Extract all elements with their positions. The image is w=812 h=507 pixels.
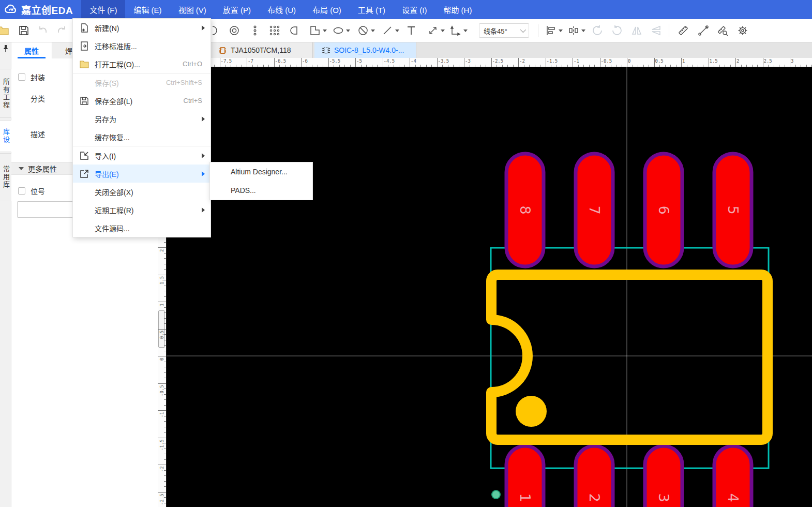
ruler-tick [164,318,166,319]
measure-icon[interactable] [426,24,440,37]
menu-item-save-as[interactable]: 另存为 [73,110,210,128]
doc-tab-footprint[interactable]: SOIC-8_L5.0-W4.0-... [314,42,416,58]
rail-tab-library-design[interactable]: 库设计 [0,120,11,152]
ruler-tick [665,65,666,67]
text-icon[interactable] [404,24,418,37]
menu-item-file-source[interactable]: 文件源码... [73,219,210,237]
ruler-tick [600,58,600,67]
measure-distance-icon[interactable] [697,24,710,37]
menu-icon-spacer [79,78,89,88]
submenu-arrow-icon [202,116,205,122]
align-icon[interactable] [544,24,558,37]
horizontal-ruler: -8-7.5-7-6.5-6-5.5-5-4.5-4-3.5-3-2.5-2-1… [167,58,812,67]
designator-checkbox[interactable] [18,187,25,195]
menubar-item-settings[interactable]: 设置 (I) [394,0,435,19]
ruler-tick [681,58,682,67]
oval-dropdown-caret[interactable] [346,29,350,32]
menubar-item-layout[interactable]: 布局 (O) [304,0,350,19]
menu-item-close-all[interactable]: 关闭全部(X) [73,183,210,201]
ruler-tick [643,65,644,67]
ruler-tick [236,65,236,67]
pad-2[interactable]: 2 [576,446,613,507]
pad-7[interactable]: 7 [576,154,613,266]
measure-inspect-icon[interactable] [716,24,729,37]
menu-item-new[interactable]: 新建(N) [73,19,210,37]
open-folder-icon [79,59,89,69]
ruler-tick [225,65,225,67]
ruler-icon[interactable] [676,24,690,37]
menu-item-open-project[interactable]: 打开工程(O)...Ctrl+O [73,55,210,73]
menu-item-export[interactable]: 导出(E) [73,165,210,183]
rail-tab-common-library[interactable]: 常用库 [0,153,11,201]
ruler-tick [164,291,166,291]
oval-icon[interactable] [332,24,345,37]
rail-tab-all-projects[interactable]: 所有工程 [0,69,11,118]
d-pad-icon[interactable] [288,24,301,37]
measure-dropdown-caret[interactable] [441,29,445,32]
pin-icon[interactable] [2,44,10,53]
ruler-label: -1 [574,58,579,64]
keepout-dropdown-caret[interactable] [371,29,375,32]
menu-icon-spacer [79,132,89,142]
doc-tab-label: SOIC-8_L5.0-W4.0-... [334,46,404,54]
doc-tab-symbol[interactable]: TJA1050T/CM,118 [211,42,313,58]
menubar-item-route[interactable]: 布线 (U) [259,0,304,19]
menubar-item-file[interactable]: 文件 (F) [81,0,125,19]
ruler-tick [164,242,166,243]
menu-item-save[interactable]: 保存(S)Ctrl+Shift+S [73,73,210,92]
menu-icon-spacer [79,114,89,124]
pad-3[interactable]: 3 [645,446,682,507]
menubar-item-tools[interactable]: 工具 (T) [350,0,394,19]
menubar-item-place[interactable]: 放置 (P) [215,0,259,19]
distribute-dropdown-caret[interactable] [581,29,585,32]
ruler-tick [263,65,264,67]
dots-column-icon[interactable] [248,24,262,37]
ruler-tick [497,65,497,67]
rotate-left-icon[interactable] [591,24,604,37]
submenu-item-pads[interactable]: PADS... [210,181,312,200]
open-icon[interactable] [0,24,10,37]
distribute-icon[interactable] [567,24,580,37]
align-dropdown-caret[interactable] [559,29,563,32]
package-checkbox[interactable] [18,73,25,81]
dimension-icon[interactable] [449,24,462,37]
flip-horizontal-icon[interactable] [630,24,643,37]
flip-vertical-icon[interactable] [650,24,663,37]
pad-1[interactable]: 1 [506,446,544,507]
ruler-tick [399,65,399,67]
menu-icon-spacer [79,187,89,197]
keepout-icon[interactable] [356,24,370,37]
ruler-tick [659,65,660,67]
menu-item-migrate-standard[interactable]: 迁移标准版... [73,37,210,55]
menu-item-import[interactable]: 导入(I) [73,146,210,165]
ruler-tick [415,65,416,67]
ruler-tick [687,65,687,67]
line-mode-select[interactable]: 线条45° [479,23,529,38]
pcb-canvas[interactable]: 87651234 [167,67,812,507]
pad-4[interactable]: 4 [714,446,751,507]
menubar-item-edit[interactable]: 编辑 (E) [125,0,170,19]
rotate-right-icon[interactable] [610,24,624,37]
polygon-icon[interactable] [308,24,322,37]
menubar-item-help[interactable]: 帮助 (H) [435,0,480,19]
menu-item-recent-projects[interactable]: 近期工程(R) [73,201,210,219]
tab-properties[interactable]: 属性 [11,42,52,58]
submenu-item-altium-designer[interactable]: Altium Designer... [210,162,312,181]
save-icon[interactable] [17,24,31,37]
line-dropdown-caret[interactable] [395,29,399,32]
menu-item-cache-recover[interactable]: 缓存恢复... [73,128,210,146]
pad-5[interactable]: 5 [714,154,751,266]
settings-gear-icon[interactable] [736,24,749,37]
line-icon[interactable] [381,24,394,37]
menubar-item-view[interactable]: 视图 (V) [170,0,215,19]
ruler-label: 1 [159,303,164,306]
dimension-dropdown-caret[interactable] [463,29,468,32]
via-icon[interactable] [228,24,241,37]
pad-6[interactable]: 6 [645,154,682,266]
redo-icon[interactable] [55,24,68,37]
menu-item-save-all[interactable]: 保存全部(L)Ctrl+S [73,92,210,110]
polygon-dropdown-caret[interactable] [323,29,327,32]
pad-8[interactable]: 8 [506,154,544,266]
undo-icon[interactable] [36,24,50,37]
dot-grid-icon[interactable] [268,24,281,37]
